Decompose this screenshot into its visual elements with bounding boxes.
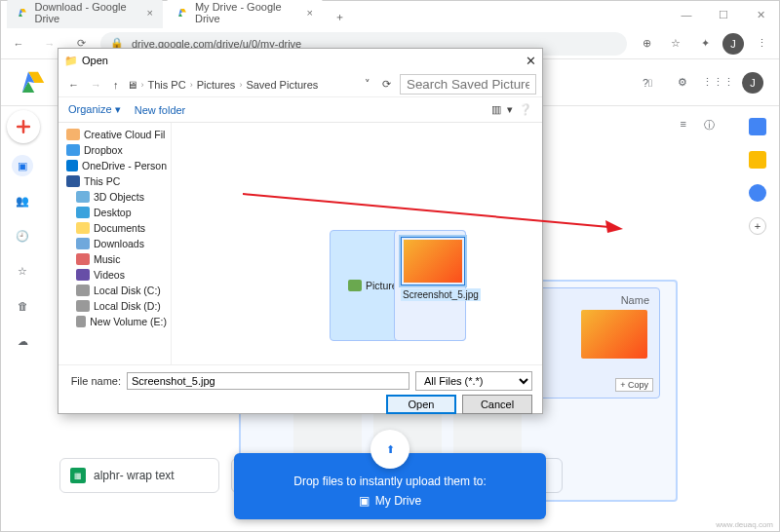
- forward-button[interactable]: →: [87, 77, 105, 93]
- tree-node[interactable]: Local Disk (C:): [58, 283, 171, 298]
- filetype-filter[interactable]: All Files (*.*): [415, 371, 532, 391]
- add-icon[interactable]: +: [749, 217, 766, 235]
- account-avatar[interactable]: J: [742, 72, 763, 94]
- maximize-button[interactable]: ☐: [705, 1, 742, 28]
- tree-node[interactable]: Documents: [58, 220, 171, 236]
- storage-icon[interactable]: ☁: [12, 330, 33, 352]
- close-icon[interactable]: ×: [147, 7, 153, 19]
- tab-mydrive[interactable]: My Drive - Google Drive ×: [167, 0, 323, 28]
- tree-node[interactable]: Dropbox: [58, 142, 171, 158]
- close-icon[interactable]: ✕: [526, 54, 536, 68]
- help-icon[interactable]: ❔: [519, 103, 532, 116]
- tree-label: 3D Objects: [94, 191, 144, 203]
- tree-node[interactable]: Videos: [58, 267, 171, 283]
- tree-node[interactable]: Music: [58, 251, 171, 267]
- dialog-icon: 📁: [64, 55, 78, 67]
- folder-icon: [76, 316, 86, 327]
- upload-line1: Drop files to instantly upload them to:: [246, 475, 534, 488]
- tree-label: New Volume (E:): [90, 316, 167, 327]
- column-name: Name: [530, 294, 653, 306]
- folder-icon: [76, 191, 90, 203]
- tree-label: Desktop: [94, 207, 132, 218]
- side-panel: +: [736, 106, 779, 531]
- dialog-titlebar: 📁 Open ✕: [58, 49, 542, 72]
- dialog-body: Creative Cloud FilDropboxOneDrive - Pers…: [58, 123, 542, 364]
- drive-favicon: [17, 6, 28, 19]
- recent-icon[interactable]: 🕘: [12, 225, 33, 247]
- view-dropdown-icon[interactable]: ▾: [507, 103, 513, 116]
- tree-node[interactable]: Desktop: [58, 205, 171, 220]
- tree-node[interactable]: This PC: [58, 173, 171, 189]
- tree-node[interactable]: Downloads: [58, 236, 171, 251]
- tasks-icon[interactable]: [749, 184, 766, 202]
- folder-icon: [76, 222, 90, 234]
- tree-node[interactable]: Creative Cloud Fil: [58, 127, 171, 142]
- gear-icon[interactable]: ⚙: [672, 72, 693, 94]
- folder-icon: [66, 129, 80, 140]
- filename-input[interactable]: [127, 372, 410, 390]
- keep-icon[interactable]: [749, 151, 766, 169]
- profile-avatar[interactable]: J: [722, 33, 744, 55]
- back-button[interactable]: ←: [7, 32, 30, 56]
- tab-download[interactable]: Download - Google Drive ×: [7, 0, 163, 28]
- file-item[interactable]: Screenshot_5.jpg: [394, 230, 466, 341]
- new-tab-button[interactable]: ＋: [327, 6, 353, 28]
- star-icon[interactable]: ☆: [664, 32, 687, 56]
- shared-icon[interactable]: 👥: [12, 190, 33, 211]
- new-folder-button[interactable]: New folder: [135, 104, 186, 116]
- my-drive-icon[interactable]: ▣: [12, 155, 33, 176]
- refresh-icon[interactable]: ⟳: [378, 76, 395, 93]
- tree-label: Local Disk (C:): [94, 285, 161, 296]
- drive-logo[interactable]: [17, 66, 50, 99]
- folder-icon: [66, 144, 80, 156]
- dialog-breadcrumb: ← → ↑ 🖥 › This PC › Pictures › Saved Pic…: [58, 72, 542, 97]
- pc-icon: 🖥: [127, 79, 137, 91]
- tree-label: Documents: [94, 222, 145, 234]
- window-controls: — ☐ ✕: [668, 1, 779, 28]
- history-dropdown-icon[interactable]: ˅: [361, 76, 374, 93]
- tree-label: Downloads: [94, 238, 144, 249]
- tree-node[interactable]: 3D Objects: [58, 189, 171, 205]
- tree-node[interactable]: Local Disk (D:): [58, 298, 171, 314]
- tab-strip: Download - Google Drive × My Drive - Goo…: [1, 1, 779, 28]
- card-label: alphr- wrap text: [94, 469, 175, 482]
- drive-small-icon: ▣: [359, 494, 370, 508]
- list-view-icon[interactable]: ≡: [681, 118, 686, 133]
- watermark: www.deuaq.com: [716, 520, 773, 529]
- info-icon[interactable]: ⓘ: [704, 118, 715, 133]
- tree-node[interactable]: New Volume (E:): [58, 314, 171, 329]
- zoom-icon[interactable]: ⊕: [635, 32, 658, 56]
- drop-thumbnail: [581, 310, 647, 359]
- up-button[interactable]: ↑: [109, 77, 123, 93]
- search-input[interactable]: [400, 74, 536, 95]
- menu-icon[interactable]: ⋮: [750, 32, 773, 56]
- apps-icon[interactable]: ⋮⋮⋮: [707, 72, 728, 94]
- folder-icon: [76, 253, 90, 265]
- close-button[interactable]: ✕: [742, 1, 779, 28]
- new-button[interactable]: [7, 110, 40, 143]
- close-icon[interactable]: ×: [307, 7, 313, 19]
- crumb[interactable]: Saved Pictures: [246, 79, 318, 91]
- tree-node[interactable]: OneDrive - Person: [58, 158, 171, 173]
- help-icon[interactable]: ?⃝: [637, 72, 658, 94]
- folder-tree[interactable]: Creative Cloud FilDropboxOneDrive - Pers…: [58, 123, 172, 364]
- open-button[interactable]: Open: [386, 395, 456, 414]
- folder-icon: [66, 175, 80, 187]
- trash-icon[interactable]: 🗑: [12, 295, 33, 317]
- extensions-icon[interactable]: ✦: [693, 32, 717, 56]
- starred-icon[interactable]: ☆: [12, 260, 33, 282]
- folder-icon: [76, 238, 90, 249]
- drive-favicon: [176, 6, 189, 19]
- cancel-button[interactable]: Cancel: [462, 395, 532, 414]
- organize-menu[interactable]: Organize ▾: [68, 103, 121, 116]
- view-icon[interactable]: ▥: [491, 103, 501, 116]
- calendar-icon[interactable]: [749, 118, 766, 135]
- crumb[interactable]: Pictures: [197, 79, 236, 91]
- minimize-button[interactable]: —: [668, 1, 705, 28]
- suggested-file[interactable]: ▦alphr- wrap text: [59, 458, 219, 493]
- upload-banner: ⬆ Drop files to instantly upload them to…: [234, 453, 546, 519]
- crumb[interactable]: This PC: [148, 79, 186, 91]
- drag-target-preview: Name + Copy: [524, 287, 660, 399]
- back-button[interactable]: ←: [64, 77, 83, 93]
- folder-icon: [76, 269, 90, 281]
